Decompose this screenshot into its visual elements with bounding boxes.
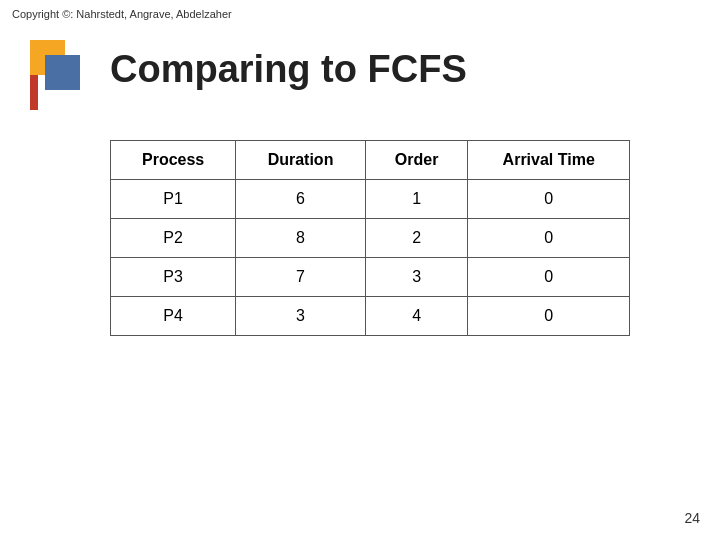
- table-row: P4340: [111, 297, 630, 336]
- table-row: P1610: [111, 180, 630, 219]
- col-header-duration: Duration: [236, 141, 366, 180]
- table-row: P3730: [111, 258, 630, 297]
- table-cell-r0-c3: 0: [468, 180, 630, 219]
- table-cell-r3-c0: P4: [111, 297, 236, 336]
- col-header-arrival-time: Arrival Time: [468, 141, 630, 180]
- page-number: 24: [684, 510, 700, 526]
- table-cell-r3-c3: 0: [468, 297, 630, 336]
- col-header-order: Order: [365, 141, 468, 180]
- logo-decoration: [30, 40, 90, 110]
- table-cell-r0-c0: P1: [111, 180, 236, 219]
- table-cell-r0-c1: 6: [236, 180, 366, 219]
- process-table: Process Duration Order Arrival Time P161…: [110, 140, 630, 336]
- table-cell-r1-c3: 0: [468, 219, 630, 258]
- table-cell-r2-c3: 0: [468, 258, 630, 297]
- table-header-row: Process Duration Order Arrival Time: [111, 141, 630, 180]
- copyright-text: Copyright ©: Nahrstedt, Angrave, Abdelza…: [12, 8, 232, 20]
- data-table-container: Process Duration Order Arrival Time P161…: [110, 140, 630, 336]
- table-row: P2820: [111, 219, 630, 258]
- table-cell-r3-c2: 4: [365, 297, 468, 336]
- table-cell-r1-c2: 2: [365, 219, 468, 258]
- table-cell-r0-c2: 1: [365, 180, 468, 219]
- table-cell-r1-c1: 8: [236, 219, 366, 258]
- logo-blue-square: [45, 55, 80, 90]
- page-title: Comparing to FCFS: [110, 48, 467, 91]
- table-cell-r1-c0: P2: [111, 219, 236, 258]
- table-cell-r2-c1: 7: [236, 258, 366, 297]
- col-header-process: Process: [111, 141, 236, 180]
- table-cell-r2-c0: P3: [111, 258, 236, 297]
- table-cell-r2-c2: 3: [365, 258, 468, 297]
- table-cell-r3-c1: 3: [236, 297, 366, 336]
